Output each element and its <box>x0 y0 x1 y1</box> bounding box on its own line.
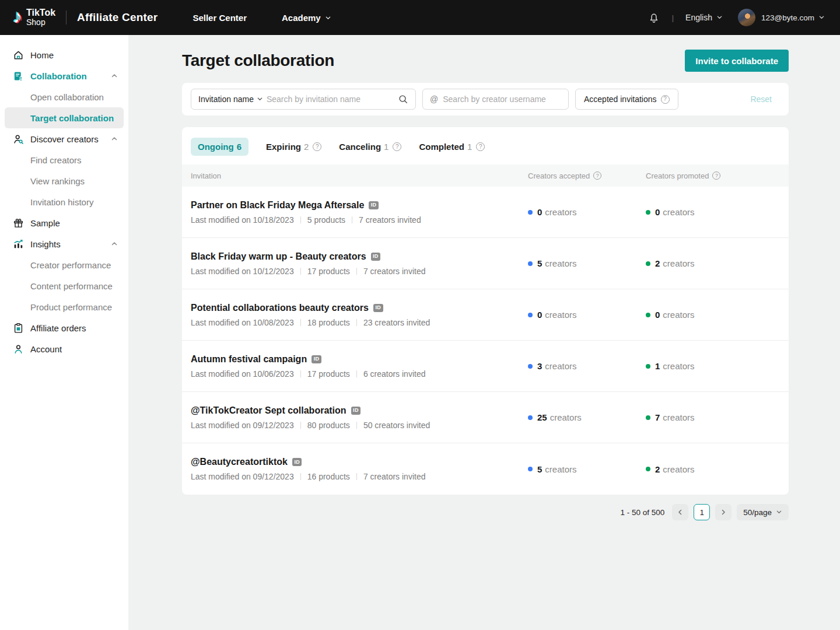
accepted-dot-icon <box>528 313 533 317</box>
brand-text: TikTok Shop <box>26 8 55 26</box>
tab-ongoing[interactable]: Ongoing6 <box>191 138 249 156</box>
invitation-meta: Last modified on 10/08/2023 18 products … <box>191 318 528 327</box>
sidebar-item-collaboration[interactable]: Collaboration <box>5 65 124 86</box>
reset-filters-link[interactable]: Reset <box>750 94 772 104</box>
table-header: Invitation Creators accepted ? Creators … <box>182 164 789 187</box>
creator-username-search-input[interactable] <box>443 94 561 104</box>
help-icon[interactable]: ? <box>712 172 720 180</box>
sidebar-item-affiliate-orders[interactable]: Affiliate orders <box>5 317 124 338</box>
nav-academy[interactable]: Academy <box>282 13 331 23</box>
page-size-selector[interactable]: 50/page <box>737 504 789 520</box>
table-row[interactable]: Black Friday warm up - Beauty creators I… <box>182 238 789 289</box>
promoted-dot-icon <box>646 467 650 471</box>
sidebar-item-creator-performance[interactable]: Creator performance <box>5 254 124 275</box>
chevron-up-icon[interactable] <box>111 135 118 142</box>
next-page-button[interactable] <box>715 504 732 520</box>
chevron-up-icon[interactable] <box>111 240 118 247</box>
id-badge-icon[interactable]: ID <box>292 458 302 466</box>
invitation-title-text: @TikTokCreator Sept collaboration <box>191 405 346 416</box>
accepted-unit: creators <box>545 464 576 474</box>
top-header: ♪ TikTok Shop Affiliate Center Seller Ce… <box>0 0 840 35</box>
nav-seller-center[interactable]: Seller Center <box>192 13 247 23</box>
sidebar-item-target-collaboration[interactable]: Target collaboration <box>5 107 124 128</box>
tab-completed[interactable]: Completed1? <box>419 142 485 152</box>
meta-divider <box>356 268 357 275</box>
table-row[interactable]: Potential collaborations beauty creators… <box>182 289 789 341</box>
app-title: Affiliate Center <box>77 11 158 24</box>
id-badge-icon[interactable]: ID <box>312 355 321 363</box>
sidebar-item-label: Open collaboration <box>30 92 104 102</box>
creator-username-search-group: @ <box>422 89 569 110</box>
sidebar-item-view-rankings[interactable]: View rankings <box>5 170 124 191</box>
notification-bell-icon[interactable] <box>648 11 660 24</box>
creators-promoted-cell: 7 creators <box>646 412 780 422</box>
meta-divider <box>300 216 301 223</box>
sidebar-item-open-collaboration[interactable]: Open collaboration <box>5 86 124 107</box>
search-icon[interactable] <box>398 94 408 104</box>
table-row[interactable]: Partner on Black Friday Mega Aftersale I… <box>182 187 789 238</box>
tab-expiring[interactable]: Expiring2? <box>266 142 321 152</box>
id-badge-icon[interactable]: ID <box>369 201 379 209</box>
language-selector[interactable]: English <box>685 13 723 22</box>
last-modified: Last modified on 10/06/2023 <box>191 369 294 379</box>
sidebar-item-find-creators[interactable]: Find creators <box>5 149 124 170</box>
previous-page-button[interactable] <box>672 504 688 520</box>
id-badge-icon[interactable]: ID <box>351 407 361 415</box>
help-icon[interactable]: ? <box>593 172 601 180</box>
account-menu[interactable]: 123@byte.com <box>761 13 825 22</box>
creators-accepted-cell: 5 creators <box>528 258 646 268</box>
search-field-selector[interactable]: Invitation name <box>198 94 263 104</box>
tab-count: 2 <box>304 142 309 152</box>
tiktok-shop-logo[interactable]: ♪ TikTok Shop <box>13 8 55 27</box>
sidebar-item-sample[interactable]: Sample <box>5 212 124 233</box>
help-icon[interactable]: ? <box>661 95 670 104</box>
status-tabs: Ongoing6Expiring2?Canceling1?Completed1? <box>182 127 789 164</box>
last-modified: Last modified on 09/12/2023 <box>191 421 294 430</box>
sidebar-item-invitation-history[interactable]: Invitation history <box>5 191 124 212</box>
accepted-count: 5 <box>537 464 542 474</box>
affiliate-center-app: ♪ TikTok Shop Affiliate Center Seller Ce… <box>0 0 840 630</box>
promoted-dot-icon <box>646 261 650 266</box>
accepted-dot-icon <box>528 261 533 266</box>
sidebar-item-content-performance[interactable]: Content performance <box>5 275 124 296</box>
accepted-invitations-filter-button[interactable]: Accepted invitations ? <box>575 89 678 110</box>
accepted-unit: creators <box>545 310 576 320</box>
invitation-cell: @TikTokCreator Sept collaboration ID Las… <box>191 405 528 430</box>
promoted-dot-icon <box>646 313 650 317</box>
id-badge-icon[interactable]: ID <box>371 253 381 261</box>
chevron-down-icon <box>325 13 331 23</box>
help-icon[interactable]: ? <box>476 142 485 151</box>
invitation-name-search-input[interactable] <box>267 94 394 104</box>
current-page-button[interactable]: 1 <box>694 504 710 520</box>
promoted-dot-icon <box>646 415 650 420</box>
help-icon[interactable]: ? <box>393 142 401 151</box>
sidebar-item-home[interactable]: Home <box>5 44 124 65</box>
sidebar-item-insights[interactable]: Insights <box>5 233 124 254</box>
chevron-up-icon[interactable] <box>111 72 118 79</box>
creators-invited: 23 creators invited <box>363 318 430 327</box>
invitation-list-card: Ongoing6Expiring2?Canceling1?Completed1?… <box>182 127 789 495</box>
invitation-title: Black Friday warm up - Beauty creators I… <box>191 251 528 262</box>
sidebar-item-account[interactable]: Account <box>5 338 124 359</box>
creators-invited: 7 creators invited <box>363 267 426 276</box>
header-nav: Seller Center Academy <box>192 13 331 23</box>
sidebar-item-label: Product performance <box>30 302 112 312</box>
table-row[interactable]: @TikTokCreator Sept collaboration ID Las… <box>182 392 789 443</box>
invitation-title-text: Partner on Black Friday Mega Aftersale <box>191 200 364 211</box>
meta-divider <box>356 422 357 429</box>
avatar[interactable] <box>738 9 755 26</box>
invitation-cell: Partner on Black Friday Mega Aftersale I… <box>191 200 528 225</box>
table-row[interactable]: Autumn festival campaign ID Last modifie… <box>182 341 789 392</box>
last-modified: Last modified on 09/12/2023 <box>191 472 294 481</box>
table-row[interactable]: @Beautycreatortiktok ID Last modified on… <box>182 443 789 495</box>
help-icon[interactable]: ? <box>313 142 321 151</box>
meta-divider <box>356 319 357 326</box>
invite-to-collaborate-button[interactable]: Invite to collaborate <box>685 50 789 72</box>
tab-canceling[interactable]: Canceling1? <box>339 142 401 152</box>
meta-divider <box>356 473 357 480</box>
promoted-unit: creators <box>663 310 694 320</box>
sidebar-item-product-performance[interactable]: Product performance <box>5 296 124 317</box>
id-badge-icon[interactable]: ID <box>373 304 383 312</box>
nav-seller-center-label: Seller Center <box>192 13 247 23</box>
sidebar-item-discover-creators[interactable]: Discover creators <box>5 128 124 149</box>
